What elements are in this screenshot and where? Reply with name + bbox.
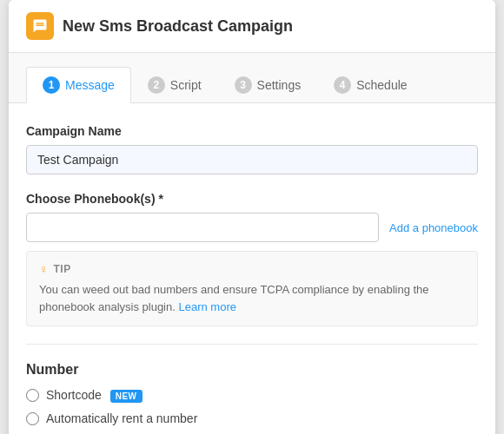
form-content: Campaign Name Choose Phonebook(s) * Add … [9, 103, 495, 434]
tab-script[interactable]: 2 Script [131, 67, 218, 103]
tab-settings[interactable]: 3 Settings [218, 67, 318, 103]
tip-text: You can weed out bad numbers and ensure … [39, 281, 465, 315]
tab-message[interactable]: 1 Message [26, 67, 131, 103]
phonebook-row: Add a phonebook [26, 213, 478, 242]
learn-more-link[interactable]: Learn more [178, 300, 235, 313]
tip-icon: ♀ [39, 262, 49, 276]
phonebook-label: Choose Phonebook(s) * [26, 192, 478, 206]
tab-settings-label: Settings [257, 78, 302, 92]
radio-item-auto-rent: Automatically rent a number [26, 411, 478, 425]
radio-shortcode[interactable] [26, 389, 39, 402]
tab-bar: 1 Message 2 Script 3 Settings 4 Schedule [9, 53, 495, 103]
tab-script-number: 2 [148, 76, 165, 94]
number-section: Number Shortcode NEW Automatically rent … [26, 362, 478, 434]
page-title: New Sms Broadcast Campaign [63, 17, 293, 36]
tab-message-number: 1 [43, 76, 60, 94]
phonebook-input[interactable] [26, 213, 379, 242]
tip-label: TIP [54, 263, 71, 275]
tip-box: ♀ TIP You can weed out bad numbers and e… [26, 251, 478, 326]
campaign-name-input[interactable] [26, 145, 478, 174]
new-badge: NEW [110, 390, 143, 403]
section-divider [26, 344, 478, 345]
radio-shortcode-label: Shortcode NEW [46, 388, 143, 403]
radio-auto-rent-label: Automatically rent a number [46, 411, 197, 425]
radio-item-shortcode: Shortcode NEW [26, 388, 478, 403]
tip-header: ♀ TIP [39, 262, 465, 276]
main-window: New Sms Broadcast Campaign 1 Message 2 S… [9, 0, 495, 434]
number-label: Number [26, 362, 478, 378]
sms-icon [26, 12, 54, 40]
tab-schedule-number: 4 [334, 76, 351, 94]
campaign-name-label: Campaign Name [26, 124, 478, 138]
campaign-name-group: Campaign Name [26, 124, 478, 174]
window-header: New Sms Broadcast Campaign [9, 0, 495, 53]
tab-schedule-label: Schedule [356, 78, 407, 92]
radio-group: Shortcode NEW Automatically rent a numbe… [26, 388, 478, 434]
tab-message-label: Message [65, 78, 115, 92]
radio-auto-rent[interactable] [26, 412, 39, 425]
tab-script-label: Script [170, 78, 202, 92]
tab-settings-number: 3 [235, 76, 252, 94]
phonebook-group: Choose Phonebook(s) * Add a phonebook ♀ … [26, 192, 478, 326]
add-phonebook-link[interactable]: Add a phonebook [389, 221, 478, 234]
tab-schedule[interactable]: 4 Schedule [317, 67, 423, 103]
